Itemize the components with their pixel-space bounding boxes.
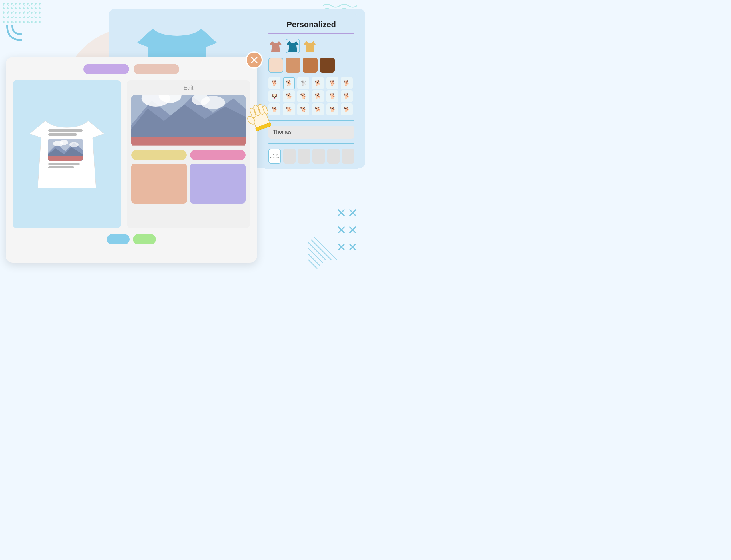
- svg-point-33: [15, 17, 17, 18]
- skin-swatch-light[interactable]: [268, 58, 283, 73]
- svg-point-34: [19, 17, 21, 18]
- dog-breed-cell-11[interactable]: 🐕: [341, 90, 353, 102]
- bottom-swatches[interactable]: [131, 164, 246, 204]
- dog-breed-cell-7[interactable]: 🐕: [283, 90, 295, 102]
- skin-swatch-tan[interactable]: [303, 58, 318, 73]
- svg-point-41: [7, 21, 9, 23]
- front-panel: Edit: [6, 57, 257, 263]
- svg-point-24: [19, 12, 21, 14]
- skin-tone-swatches[interactable]: [268, 58, 354, 73]
- effect-2[interactable]: [283, 149, 296, 164]
- skin-swatch-medium[interactable]: [286, 58, 300, 73]
- svg-point-3: [15, 3, 17, 5]
- svg-line-66: [308, 254, 320, 266]
- landscape-photo[interactable]: [131, 95, 246, 146]
- edit-color-pills[interactable]: [131, 150, 246, 160]
- svg-point-2: [11, 3, 13, 5]
- pink-edit-pill[interactable]: [190, 150, 246, 160]
- bottom-buttons[interactable]: [13, 234, 250, 244]
- blue-button[interactable]: [107, 234, 130, 244]
- top-color-bar[interactable]: [13, 64, 250, 74]
- svg-point-22: [11, 12, 13, 14]
- svg-line-64: [314, 237, 337, 260]
- svg-point-47: [31, 21, 33, 23]
- close-button[interactable]: [246, 51, 263, 69]
- dog-breed-cell-5[interactable]: 🐕: [341, 77, 353, 89]
- dog-breed-cell-3[interactable]: 🐕: [312, 77, 324, 89]
- svg-point-29: [39, 12, 41, 14]
- svg-line-58: [338, 244, 344, 250]
- svg-point-27: [31, 12, 33, 14]
- effects-row[interactable]: DropShadow: [268, 149, 354, 164]
- svg-line-53: [350, 210, 356, 216]
- dog-breed-cell-0[interactable]: 🐕: [268, 77, 280, 89]
- svg-line-65: [308, 248, 323, 263]
- skin-swatch-dark[interactable]: [320, 58, 335, 73]
- svg-line-50: [338, 210, 344, 216]
- text-line-4: [48, 166, 74, 168]
- svg-point-98: [60, 140, 68, 145]
- svg-point-44: [19, 21, 21, 23]
- shirt-option-yellow[interactable]: [303, 39, 317, 53]
- svg-point-4: [19, 3, 21, 5]
- name-input[interactable]: [268, 126, 354, 139]
- dog-breed-cell-16[interactable]: 🐕: [326, 103, 338, 115]
- landscape-svg: [131, 95, 246, 146]
- dog-breed-cell-4[interactable]: 🐕: [326, 77, 338, 89]
- dog-breed-cell-10[interactable]: 🐕: [326, 90, 338, 102]
- svg-line-56: [350, 227, 356, 233]
- peach-swatch[interactable]: [131, 164, 187, 204]
- dog-breed-grid[interactable]: 🐕🐕🐩🐕🐕🐕🐶🐕🐕🐕🐕🐕🐕🐕🐕🐕🐕🐕: [268, 77, 354, 115]
- personalized-panel: Personalized: [263, 14, 360, 169]
- shirt-option-rose[interactable]: [268, 39, 283, 53]
- dot-grid-svg: [3, 25, 43, 53]
- dog-breed-cell-15[interactable]: 🐕: [312, 103, 324, 115]
- dog-breed-cell-1[interactable]: 🐕: [283, 77, 295, 89]
- svg-point-31: [7, 17, 9, 18]
- diagonal-lines-decoration: [308, 237, 337, 271]
- svg-point-36: [27, 17, 29, 18]
- svg-point-99: [69, 142, 79, 147]
- tshirt-preview-box: [13, 80, 121, 228]
- svg-line-63: [311, 240, 331, 260]
- svg-line-60: [350, 244, 356, 250]
- effect-6[interactable]: [342, 149, 354, 164]
- effect-3[interactable]: [298, 149, 310, 164]
- dot-grid: /* dots rendered below */: [1, 1, 47, 30]
- svg-point-26: [27, 12, 29, 14]
- tshirt-with-design: [24, 114, 110, 195]
- svg-point-21: [7, 12, 9, 14]
- x-marks-decoration: [337, 208, 360, 266]
- svg-point-1: [7, 3, 9, 5]
- dog-breed-cell-2[interactable]: 🐩: [297, 77, 309, 89]
- shirt-option-teal[interactable]: [286, 39, 300, 53]
- svg-point-30: [3, 17, 5, 18]
- svg-rect-96: [48, 156, 83, 161]
- text-line-2: [48, 133, 77, 136]
- dog-breed-cell-9[interactable]: 🐕: [312, 90, 324, 102]
- peach-pill[interactable]: [134, 64, 179, 74]
- green-button[interactable]: [133, 234, 156, 244]
- shirt-color-options[interactable]: [268, 39, 354, 53]
- drop-shadow-effect[interactable]: DropShadow: [268, 149, 281, 164]
- svg-point-49: [39, 21, 41, 23]
- dog-breed-cell-14[interactable]: 🐕: [297, 103, 309, 115]
- effect-4[interactable]: [312, 149, 325, 164]
- dog-breed-cell-13[interactable]: 🐕: [283, 103, 295, 115]
- dog-breed-cell-17[interactable]: 🐕: [341, 103, 353, 115]
- svg-point-28: [35, 12, 37, 14]
- svg-rect-105: [131, 145, 246, 146]
- svg-point-5: [23, 3, 25, 5]
- svg-line-62: [308, 243, 326, 260]
- svg-point-16: [27, 7, 29, 9]
- dog-breed-cell-8[interactable]: 🐕: [297, 90, 309, 102]
- dog-breed-cell-6[interactable]: 🐶: [268, 90, 280, 102]
- purple-pill[interactable]: [83, 64, 129, 74]
- effect-5[interactable]: [327, 149, 340, 164]
- svg-point-13: [15, 7, 17, 9]
- yellow-edit-pill[interactable]: [131, 150, 187, 160]
- arc-decoration: [4, 23, 24, 43]
- lavender-swatch[interactable]: [190, 164, 246, 204]
- svg-point-48: [35, 21, 37, 23]
- svg-point-19: [39, 7, 41, 9]
